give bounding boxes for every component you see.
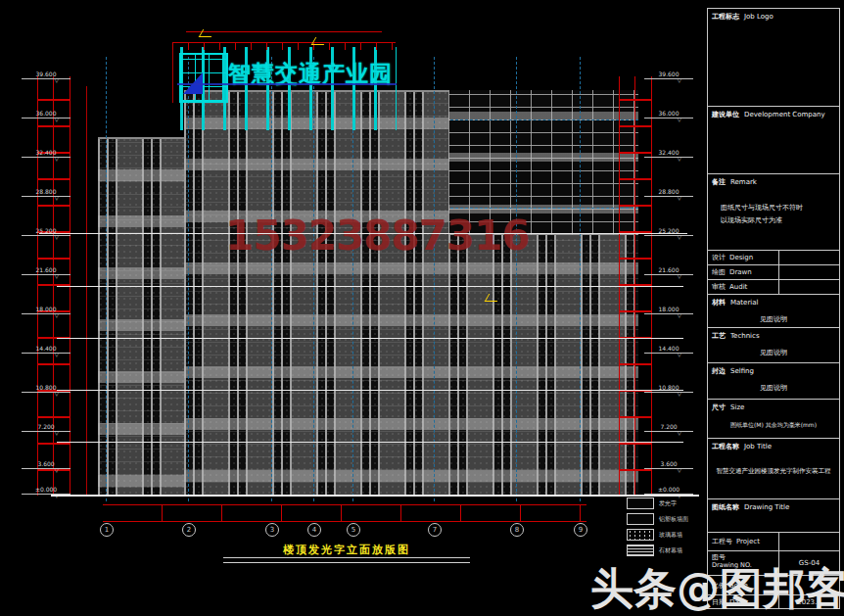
- legend: 发光字 铝塑板墙面 玻璃幕墙 石材幕墙: [627, 496, 705, 558]
- floor-datum-line: [57, 286, 683, 287]
- field-label-en: Drawn: [729, 268, 752, 276]
- building-right-block: [448, 90, 638, 495]
- elevation-marker: 39.600: [22, 71, 70, 79]
- elevation-marker: 14.400: [644, 345, 693, 354]
- elevation-marker: ±0.000: [644, 486, 693, 495]
- field-label-en: Technics: [730, 332, 760, 340]
- ground-line: [51, 495, 699, 497]
- elevation-value: 3.600: [37, 460, 54, 467]
- elevation-marker: 3.600: [22, 460, 70, 469]
- titleblock-dev-company: 建设单位 Development Company: [708, 107, 839, 174]
- left-extension-line: [86, 86, 87, 495]
- elevation-value: 3.600: [660, 460, 677, 467]
- elevation-value: 32.400: [36, 149, 57, 156]
- elevation-marker: 36.000: [22, 110, 70, 118]
- legend-item: 铝塑板墙面: [627, 511, 705, 527]
- floor-datum-line: [57, 338, 683, 339]
- elevation-value: ±0.000: [658, 486, 680, 493]
- elevation-marker: 10.800: [644, 384, 693, 393]
- grid-bubble: 7: [428, 523, 442, 537]
- field-label-zh: 审核: [712, 282, 726, 292]
- field-label-en: Development Company: [744, 111, 825, 118]
- field-label-en: Size: [730, 403, 744, 411]
- legend-swatch: [627, 529, 654, 541]
- remark-line: 图纸尺寸与现场尺寸不符时: [721, 202, 839, 214]
- grid-bubble-number: 9: [579, 526, 583, 534]
- title-block: 工程标志 Job Logo 建设单位 Development Company 备…: [707, 8, 840, 609]
- legend-swatch: [627, 545, 654, 556]
- legend-swatch: [627, 513, 654, 525]
- grid-bubble-number: 3: [270, 526, 274, 534]
- size-note: 图纸单位(M) 其余均为毫米(mm): [708, 421, 839, 430]
- field-label-zh: 备注: [712, 177, 726, 187]
- elevation-value: ±0.000: [35, 486, 57, 493]
- field-value: 见图说明: [708, 383, 839, 393]
- titleblock-job-title: 工程名称 Job Title 智慧交通产业园楼顶发光字制作安装工程: [708, 439, 839, 499]
- field-label-en: Remark: [730, 178, 757, 186]
- elevation-value: 14.400: [36, 345, 57, 352]
- field-label-en: Audit: [729, 283, 747, 291]
- curtain-datum-dashed: [450, 208, 638, 209]
- field-label-en: Project: [736, 538, 760, 545]
- titleblock-selfing: 封边 Selfing 见图说明: [708, 363, 839, 400]
- elevation-marker: ±0.000: [22, 486, 70, 495]
- elevation-marker: 7.200: [644, 423, 693, 432]
- field-label-zh: 工程标志: [712, 12, 739, 22]
- titleblock-technics: 工艺 Technics 见图说明: [708, 328, 839, 363]
- grid-bubble: 4: [307, 523, 321, 537]
- grid-axis-line: [106, 57, 107, 501]
- field-label-en: Drawing Title: [744, 503, 789, 511]
- grid-bubble: 3: [265, 523, 279, 537]
- grid-bubble-number: 2: [187, 526, 191, 534]
- field-label-zh: 建设单位: [712, 110, 739, 119]
- elevation-value: 10.800: [36, 384, 57, 391]
- titleblock-material: 材料 Material 见图说明: [708, 295, 839, 328]
- grid-bubble-number: 8: [515, 526, 519, 534]
- cad-sheet: 智慧交通产业园 39.600 36.000 32.400 28.800 25.2…: [0, 0, 844, 616]
- field-label-en: Job Logo: [744, 13, 774, 21]
- grid-bubble: 2: [182, 523, 196, 537]
- field-label-zh: 工程名称: [712, 442, 739, 451]
- elevation-value: 36.000: [36, 110, 57, 117]
- elevation-value: 28.800: [659, 188, 680, 195]
- legend-item: 石材幕墙: [627, 543, 705, 558]
- legend-item: 玻璃幕墙: [627, 527, 705, 543]
- sign-underline: [177, 83, 397, 85]
- field-label-zh: 尺寸: [712, 403, 726, 412]
- legend-swatch: [627, 498, 654, 509]
- elevation-marker: 32.400: [22, 149, 70, 158]
- elevation-marker: 18.000: [644, 306, 693, 314]
- titleblock-audit-row: 审核 Audit: [708, 280, 839, 295]
- elevation-value: 39.600: [36, 71, 57, 77]
- elevation-marker: 3.600: [644, 460, 693, 469]
- elevation-value: 7.200: [37, 423, 54, 430]
- field-label-zh: 设计: [712, 253, 726, 262]
- grid-bubble: 9: [574, 523, 587, 537]
- bottom-dimension-chain: [103, 504, 586, 522]
- elevation-value: 7.200: [660, 423, 677, 430]
- elevation-marker: 25.200: [22, 227, 70, 236]
- grid-bubble-number: 1: [105, 526, 109, 534]
- field-label-en: Selfing: [730, 367, 754, 375]
- titleblock-design-row: 设计 Design: [708, 251, 839, 265]
- grid-axis-line: [434, 57, 435, 501]
- drawing-caption: 楼顶发光字立面放版图: [223, 543, 470, 557]
- grid-bubble-number: 5: [352, 526, 355, 534]
- titleblock-project-row: 工程号 Project: [708, 533, 839, 551]
- elevation-value: 32.400: [659, 149, 680, 156]
- grid-bubble: 5: [347, 523, 360, 537]
- grid-axis-line: [516, 57, 517, 501]
- elevation-value: 18.000: [659, 306, 680, 312]
- elevation-value: 36.000: [659, 110, 680, 117]
- field-label-zh: 工程号: [712, 537, 732, 546]
- elevation-marker: 14.400: [22, 345, 70, 354]
- titleblock-drawn-row: 绘图 Drawn: [708, 265, 839, 280]
- titleblock-remark: 备注 Remark 图纸尺寸与现场尺寸不符时 以现场实际尺寸为准: [708, 174, 839, 251]
- floor-datum-line: [57, 442, 683, 443]
- field-label-zh: 封边: [712, 366, 726, 376]
- field-label-zh: 材料: [712, 298, 726, 308]
- field-label-zh: 绘图: [712, 267, 726, 277]
- phone-watermark: 15323887316: [225, 212, 529, 260]
- legend-label: 发光字: [659, 499, 677, 508]
- sign-logo-box: [179, 53, 228, 103]
